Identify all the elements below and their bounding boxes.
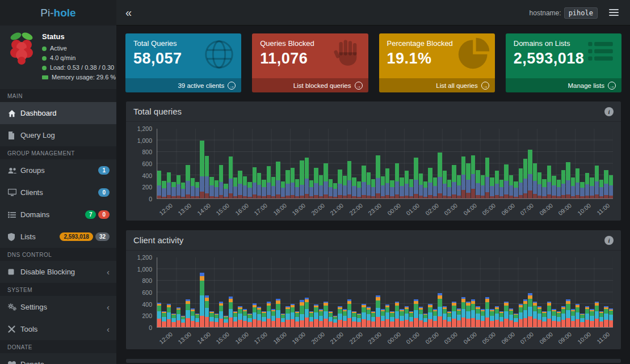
stacked-bar[interactable] bbox=[177, 129, 180, 198]
stacked-bar[interactable] bbox=[471, 257, 475, 327]
stacked-bar[interactable] bbox=[371, 257, 375, 327]
stacked-bar[interactable] bbox=[433, 257, 437, 327]
stacked-bar[interactable] bbox=[219, 129, 223, 198]
stacked-bar[interactable] bbox=[561, 129, 565, 198]
all-queries-link[interactable]: List all queries → bbox=[379, 78, 495, 92]
stacked-bar[interactable] bbox=[224, 129, 228, 198]
stacked-bar[interactable] bbox=[514, 129, 518, 198]
stacked-bar[interactable] bbox=[481, 257, 485, 327]
stacked-bar[interactable] bbox=[566, 129, 570, 198]
stacked-bar[interactable] bbox=[319, 257, 323, 327]
stacked-bar[interactable] bbox=[305, 129, 309, 198]
plot[interactable] bbox=[157, 129, 613, 199]
stacked-bar[interactable] bbox=[276, 257, 280, 327]
stacked-bar[interactable] bbox=[295, 129, 299, 198]
stacked-bar[interactable] bbox=[300, 129, 304, 198]
stacked-bar[interactable] bbox=[271, 129, 275, 198]
stacked-bar[interactable] bbox=[595, 129, 599, 198]
stacked-bar[interactable] bbox=[343, 257, 347, 327]
info-icon[interactable]: i bbox=[604, 107, 614, 116]
stacked-bar[interactable] bbox=[167, 129, 171, 198]
stacked-bar[interactable] bbox=[542, 257, 546, 327]
stacked-bar[interactable] bbox=[495, 257, 499, 327]
stacked-bar[interactable] bbox=[381, 257, 385, 327]
stacked-bar[interactable] bbox=[276, 129, 280, 198]
sidebar-item-query-log[interactable]: Query Log bbox=[0, 124, 116, 146]
stacked-bar[interactable] bbox=[542, 129, 546, 198]
stacked-bar[interactable] bbox=[238, 257, 242, 327]
stacked-bar[interactable] bbox=[604, 257, 608, 327]
stacked-bar[interactable] bbox=[195, 129, 199, 198]
stacked-bar[interactable] bbox=[329, 257, 333, 327]
stacked-bar[interactable] bbox=[352, 129, 356, 198]
stacked-bar[interactable] bbox=[215, 257, 219, 327]
stacked-bar[interactable] bbox=[357, 129, 361, 198]
stacked-bar[interactable] bbox=[438, 129, 442, 198]
stacked-bar[interactable] bbox=[238, 129, 242, 198]
stacked-bar[interactable] bbox=[324, 257, 327, 327]
stacked-bar[interactable] bbox=[395, 257, 399, 327]
stacked-bar[interactable] bbox=[319, 129, 323, 198]
stacked-bar[interactable] bbox=[576, 257, 579, 327]
sidebar-item-clients[interactable]: Clients 0 bbox=[0, 181, 116, 204]
stacked-bar[interactable] bbox=[181, 129, 185, 198]
stacked-bar[interactable] bbox=[305, 257, 309, 327]
stacked-bar[interactable] bbox=[262, 257, 266, 327]
stacked-bar[interactable] bbox=[447, 257, 451, 327]
stacked-bar[interactable] bbox=[523, 129, 527, 198]
stacked-bar[interactable] bbox=[281, 129, 285, 198]
stacked-bar[interactable] bbox=[457, 257, 461, 327]
stacked-bar[interactable] bbox=[219, 257, 223, 327]
stacked-bar[interactable] bbox=[499, 129, 503, 198]
stacked-bar[interactable] bbox=[609, 129, 613, 198]
sidebar-item-domains[interactable]: Domains 7 0 bbox=[0, 204, 116, 226]
stacked-bar[interactable] bbox=[262, 129, 266, 198]
stacked-bar[interactable] bbox=[343, 129, 347, 198]
stacked-bar[interactable] bbox=[157, 129, 161, 198]
stacked-bar[interactable] bbox=[537, 129, 541, 198]
stacked-bar[interactable] bbox=[162, 129, 166, 198]
stacked-bar[interactable] bbox=[547, 129, 551, 198]
blocked-queries-link[interactable]: List blocked queries → bbox=[252, 78, 368, 92]
stacked-bar[interactable] bbox=[590, 129, 594, 198]
stacked-bar[interactable] bbox=[561, 257, 565, 327]
stacked-bar[interactable] bbox=[281, 257, 285, 327]
stacked-bar[interactable] bbox=[333, 129, 337, 198]
stacked-bar[interactable] bbox=[461, 129, 465, 198]
stacked-bar[interactable] bbox=[476, 257, 480, 327]
stacked-bar[interactable] bbox=[409, 129, 413, 198]
stacked-bar[interactable] bbox=[267, 257, 271, 327]
stacked-bar[interactable] bbox=[481, 129, 485, 198]
stacked-bar[interactable] bbox=[499, 257, 503, 327]
stacked-bar[interactable] bbox=[504, 129, 508, 198]
stacked-bar[interactable] bbox=[466, 257, 470, 327]
stacked-bar[interactable] bbox=[585, 257, 589, 327]
stacked-bar[interactable] bbox=[552, 129, 556, 198]
sidebar-item-disable-blocking[interactable]: Disable Blocking ‹ bbox=[0, 261, 116, 283]
stacked-bar[interactable] bbox=[224, 257, 228, 327]
stacked-bar[interactable] bbox=[466, 129, 470, 198]
stacked-bar[interactable] bbox=[585, 129, 589, 198]
stacked-bar[interactable] bbox=[514, 257, 518, 327]
stacked-bar[interactable] bbox=[247, 257, 251, 327]
stacked-bar[interactable] bbox=[191, 257, 195, 327]
stacked-bar[interactable] bbox=[419, 129, 423, 198]
stacked-bar[interactable] bbox=[390, 257, 394, 327]
stacked-bar[interactable] bbox=[362, 257, 366, 327]
stacked-bar[interactable] bbox=[186, 257, 190, 327]
plot[interactable] bbox=[157, 257, 613, 328]
stacked-bar[interactable] bbox=[409, 257, 413, 327]
stacked-bar[interactable] bbox=[171, 257, 175, 327]
stacked-bar[interactable] bbox=[414, 129, 418, 198]
stacked-bar[interactable] bbox=[461, 257, 465, 327]
stacked-bar[interactable] bbox=[495, 129, 499, 198]
stacked-bar[interactable] bbox=[509, 129, 513, 198]
sidebar-item-donate[interactable]: Donate bbox=[0, 353, 116, 364]
stacked-bar[interactable] bbox=[181, 257, 185, 327]
sidebar-item-lists[interactable]: Lists 2,593,018 32 bbox=[0, 226, 116, 248]
stacked-bar[interactable] bbox=[537, 257, 541, 327]
stacked-bar[interactable] bbox=[338, 129, 342, 198]
stacked-bar[interactable] bbox=[485, 257, 489, 327]
stacked-bar[interactable] bbox=[490, 129, 494, 198]
stacked-bar[interactable] bbox=[162, 257, 166, 327]
